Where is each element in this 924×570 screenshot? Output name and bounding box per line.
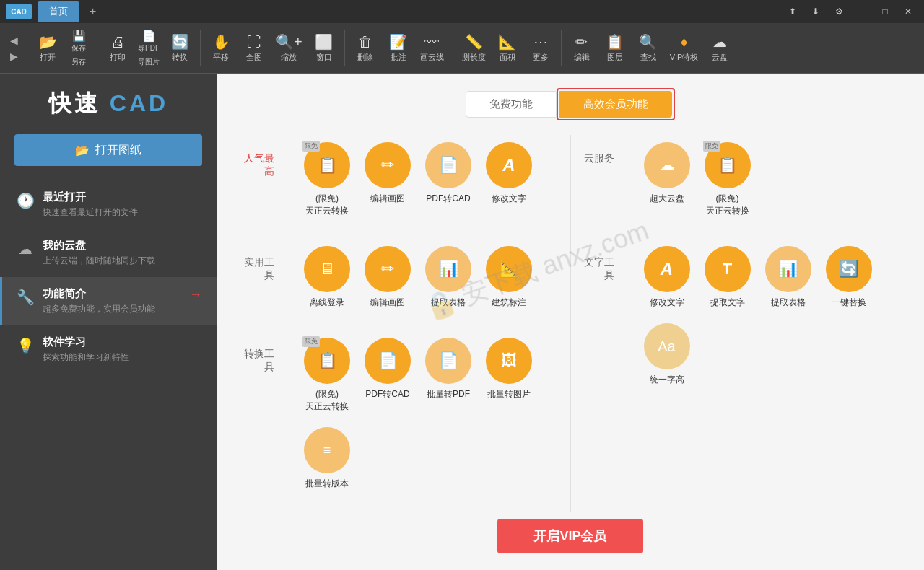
item-batch-img[interactable]: 🖼 批量转图片: [486, 338, 532, 413]
item-tianzheng2[interactable]: 📋 限免 (限免)天正云转换: [304, 338, 350, 413]
item-edit-drawing2[interactable]: ✏ 编辑画图: [365, 246, 411, 309]
learn-icon: 💡: [17, 337, 34, 354]
sidebar: 快速 CAD 📂 打开图纸 🕐 最近打开 快速查看最近打开的文件 ☁ 我的云盘 …: [0, 74, 217, 570]
item-arch-annot[interactable]: 📐 建筑标注: [486, 246, 532, 309]
item-cloud-convert[interactable]: 📋 限免 (限免)天正云转换: [705, 142, 751, 217]
delete-button[interactable]: 🗑 删除: [349, 31, 381, 66]
ext-table-label: 提取表格: [771, 297, 806, 309]
zoom-button[interactable]: 🔍+ 缩放: [271, 30, 307, 66]
replace-label: 一键替换: [832, 297, 866, 309]
share-button[interactable]: ⬆: [783, 4, 803, 19]
print-icon: 🖨: [110, 34, 125, 51]
recent-subtitle: 快速查看最近打开的文件: [43, 206, 202, 219]
tianzheng2-label: (限免)天正云转换: [305, 388, 349, 413]
layer-button[interactable]: 📋 图层: [599, 30, 631, 66]
item-batch-ver[interactable]: ≡ 批量转版本: [304, 427, 350, 490]
forward-button[interactable]: ▶: [7, 49, 21, 63]
sidebar-item-learn[interactable]: 💡 软件学习 探索功能和学习新特性: [0, 325, 217, 374]
cloud-title: 我的云盘: [43, 239, 202, 253]
learn-title: 软件学习: [43, 336, 202, 349]
edit-drawing-label: 编辑画图: [370, 193, 405, 205]
measure-button[interactable]: 📏 测长度: [458, 30, 490, 66]
tab-vip[interactable]: 高效会员功能: [559, 91, 672, 118]
main-layout: 快速 CAD 📂 打开图纸 🕐 最近打开 快速查看最近打开的文件 ☁ 我的云盘 …: [0, 74, 924, 570]
item-modify-text[interactable]: A 修改文字: [486, 142, 532, 217]
save-as-button[interactable]: 另存: [65, 56, 92, 69]
more-button[interactable]: ⋯ 更多: [525, 30, 557, 66]
left-col: 人气最高 📋 限免 (限免)天正云转换: [238, 135, 571, 512]
window-controls: ⬆ ⬇ ⚙ — □ ✕: [783, 4, 918, 19]
offline-label: 离线登录: [310, 297, 344, 309]
back-button[interactable]: ◀: [7, 33, 21, 48]
item-offline-login[interactable]: 🖥 离线登录: [304, 246, 350, 309]
sidebar-item-recent-text: 最近打开 快速查看最近打开的文件: [43, 190, 202, 219]
vip-button[interactable]: ♦ VIP特权: [666, 31, 703, 66]
sidebar-nav: 🕐 最近打开 快速查看最近打开的文件 ☁ 我的云盘 上传云端，随时随地同步下载 …: [0, 180, 217, 570]
find-button[interactable]: 🔍 查找: [632, 30, 664, 66]
logo-cad: CAD: [110, 90, 168, 116]
item-uniform-height[interactable]: Aa 统一字高: [644, 323, 690, 386]
add-tab-button[interactable]: +: [85, 5, 100, 18]
nav-buttons: ◀ ▶: [6, 30, 22, 66]
export-pdf-label: 导PDF: [138, 43, 160, 53]
item-edit-drawing[interactable]: ✏ 编辑画图: [365, 142, 411, 217]
annotate-button[interactable]: 📝 批注: [383, 30, 414, 66]
minimize-button[interactable]: —: [852, 4, 872, 19]
batch-pdf-icon: 📄: [425, 338, 471, 384]
pan-button[interactable]: ✋ 平移: [205, 30, 237, 66]
pdf-icon: 📄: [142, 30, 156, 43]
item-batch-pdf[interactable]: 📄 批量转PDF: [425, 338, 471, 413]
tab-highlight-box: 高效会员功能: [557, 88, 675, 120]
edit-button[interactable]: ✏ 编辑: [566, 30, 598, 66]
tab-home[interactable]: 首页: [38, 1, 79, 22]
convert-section: 转换工具 📋 限免 (限免)天正云转换: [238, 330, 563, 497]
cloud-line-button[interactable]: 〰 画云线: [416, 31, 448, 66]
item-modify-text2[interactable]: A 修改文字: [644, 246, 690, 309]
sidebar-item-features-text: 功能简介 超多免费功能，实用会员功能: [43, 287, 178, 315]
open-button[interactable]: 📂 打开: [32, 30, 64, 66]
export-img-button[interactable]: 导图片: [135, 56, 162, 69]
features-subtitle: 超多免费功能，实用会员功能: [43, 303, 178, 315]
item-extract-text[interactable]: T 提取文字: [705, 246, 751, 309]
area-button[interactable]: 📐 面积: [492, 30, 523, 66]
tools-section: 实用工具 🖥 离线登录 ✏: [238, 239, 563, 316]
maximize-button[interactable]: □: [875, 4, 895, 19]
item-pdf-cad2[interactable]: 📄 PDF转CAD: [365, 338, 411, 413]
close-button[interactable]: ✕: [898, 4, 918, 19]
item-extract-table2[interactable]: 📊 提取表格: [765, 246, 811, 309]
find-label: 查找: [640, 52, 656, 63]
sidebar-item-recent[interactable]: 🕐 最近打开 快速查看最近打开的文件: [0, 180, 217, 229]
recent-icon: 🕐: [17, 192, 34, 209]
fullview-button[interactable]: ⛶ 全图: [238, 31, 270, 66]
annotate-label: 批注: [391, 52, 406, 63]
item-extract-table[interactable]: 📊 提取表格: [425, 246, 471, 309]
sidebar-item-features[interactable]: 🔧 功能简介 超多免费功能，实用会员功能 →: [0, 277, 217, 325]
height-label: 统一字高: [650, 374, 684, 386]
export-group: 📄 导PDF 导图片: [135, 28, 162, 69]
text-tools-label: 文字工具: [578, 246, 629, 282]
divider-6: [561, 30, 562, 66]
item-big-cloud[interactable]: ☁ 超大云盘: [644, 142, 690, 217]
save-label: 保存: [71, 43, 86, 53]
convert-button[interactable]: 🔄 转换: [164, 30, 196, 66]
app-logo: CAD: [6, 4, 32, 19]
tab-free[interactable]: 免费功能: [466, 91, 557, 118]
fullview-label: 全图: [246, 52, 262, 63]
save-button[interactable]: 💾 保存: [65, 28, 92, 55]
cloud-button[interactable]: ☁ 云盘: [704, 30, 736, 66]
edit2-label: 编辑画图: [370, 297, 405, 309]
more-icon: ⋯: [533, 33, 548, 51]
item-pdf-to-cad[interactable]: 📄 PDF转CAD: [425, 142, 471, 217]
tianzheng-icon: 📋 限免: [304, 142, 350, 188]
export-pdf-button[interactable]: 📄 导PDF: [135, 28, 162, 55]
settings-button[interactable]: ⚙: [829, 4, 849, 19]
open-drawing-button[interactable]: 📂 打开图纸: [14, 134, 202, 166]
sidebar-item-cloud[interactable]: ☁ 我的云盘 上传云端，随时随地同步下载: [0, 229, 217, 277]
download-button[interactable]: ⬇: [806, 4, 826, 19]
window-button[interactable]: ⬜ 窗口: [308, 30, 340, 66]
item-tianzheng-convert[interactable]: 📋 限免 (限免)天正云转换: [304, 142, 350, 217]
item-replace[interactable]: 🔄 一键替换: [826, 246, 872, 309]
print-button[interactable]: 🖨 打印: [102, 31, 134, 66]
delete-label: 删除: [357, 52, 373, 63]
start-vip-button[interactable]: 开启VIP会员: [497, 519, 642, 553]
